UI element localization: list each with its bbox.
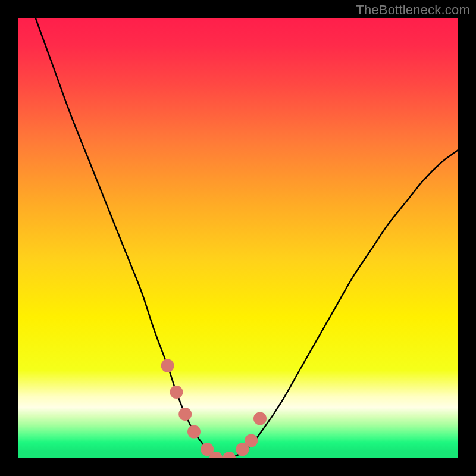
chart-curve-layer (18, 18, 458, 458)
highlight-marker (253, 412, 267, 425)
highlight-marker (161, 359, 174, 372)
chart-plot-area (18, 18, 458, 458)
bottleneck-curve (36, 18, 458, 458)
highlight-marker (170, 386, 183, 399)
highlight-marker (245, 434, 258, 447)
highlight-marker (178, 408, 192, 421)
chart-frame: TheBottleneck.com (0, 0, 476, 476)
highlight-marker (223, 452, 236, 458)
watermark-text: TheBottleneck.com (356, 2, 470, 18)
highlight-marker (187, 425, 201, 439)
